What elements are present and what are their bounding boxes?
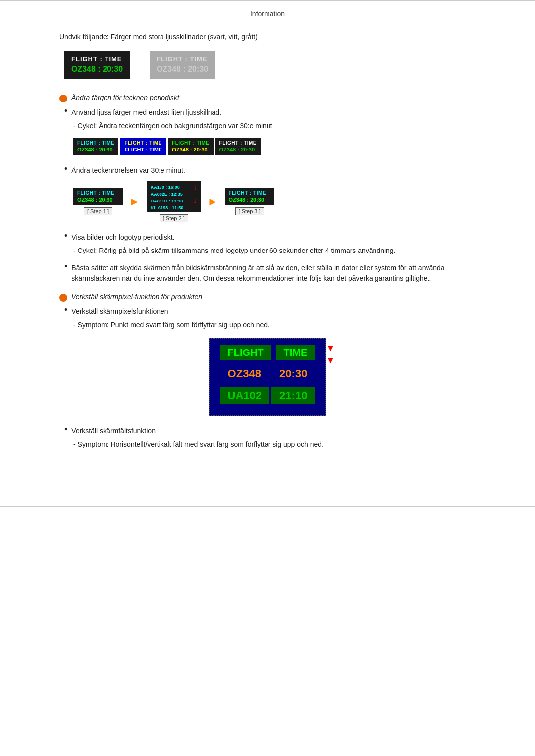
step2-text2: AA002E : 12:35 — [151, 192, 183, 197]
sub-bullet-3: - Cykel: Rörlig på bild på skärm tillsam… — [73, 246, 476, 256]
sub-bullet-text-6: - Symptom: Horisontellt/vertikalt fält m… — [73, 440, 323, 448]
step-col-2: KA170 : 16:00 ↓ AA002E : 12:35 UA011U : … — [147, 181, 201, 222]
large-data-1-1: OZ348 — [220, 365, 269, 382]
large-data-1-2: 20:30 — [271, 365, 315, 382]
step2-row4: KL A198 : 11:50 — [151, 205, 197, 210]
cycle-box-4-header: FLIGHT : TIME — [219, 140, 257, 146]
step2-label: [ Step 2 ] — [160, 214, 188, 222]
step2-down-arrow: ↓ — [193, 183, 197, 192]
cycle-box-2-header: FLIGHT : TIME — [124, 140, 162, 146]
large-data-2-1: UA102 — [220, 387, 269, 404]
step2-down-arrow2: ↓ — [193, 197, 197, 205]
bullet-text-4: Bästa sättet att skydda skärmen från bil… — [71, 263, 476, 284]
step1-data: OZ348 : 20:30 — [77, 197, 119, 202]
bullet-dot-3: • — [64, 231, 67, 240]
step3-label: [ Step 3 ] — [235, 207, 264, 215]
large-display-inner: FLIGHT TIME OZ348 20:30 UA102 21:10 — [211, 340, 324, 414]
bullet-item-3: • Visa bilder och logotyp periodiskt. — [64, 232, 476, 243]
cycle-box-4: FLIGHT : TIME OZ348 : 20:30 — [215, 138, 261, 155]
bullet-item-5: • Verkställ skärmpixelsfunktionen — [64, 306, 476, 317]
large-data-row-2: UA102 21:10 — [219, 386, 317, 405]
cycle-box-1: FLIGHT : TIME OZ348 : 20:30 — [73, 138, 118, 155]
intro-text: Undvik följande: Färger med stora ljussk… — [59, 33, 476, 41]
sub-bullet-1: - Cykel: Ändra teckenfärgen och bakgrund… — [73, 121, 476, 131]
cycle-box-1-header: FLIGHT : TIME — [77, 140, 114, 146]
cycle-boxes-row: FLIGHT : TIME OZ348 : 20:30 FLIGHT : TIM… — [73, 138, 476, 155]
flight-box-dark: FLIGHT : TIME OZ348 : 20:30 — [64, 51, 130, 79]
gray-box-data: OZ348 : 20:30 — [157, 65, 208, 74]
bullet-dot-5: • — [64, 305, 67, 314]
side-arrows: ▼ ▼ — [326, 343, 335, 366]
step-col-3: FLIGHT : TIME OZ348 : 20:30 [ Step 3 ] — [225, 188, 274, 215]
step2-text1: KA170 : 16:00 — [151, 185, 180, 190]
page-header: Information — [0, 1, 535, 23]
large-header-row: FLIGHT TIME — [219, 344, 317, 361]
orange-bullet-text-2: Verkställ skärmpixel-funktion för produk… — [71, 293, 202, 301]
sub-bullet-5: - Symptom: Punkt med svart färg som förf… — [73, 320, 476, 330]
arrow-right-1: ► — [129, 195, 141, 208]
bottom-divider — [0, 506, 535, 506]
orange-circle-icon — [59, 95, 67, 102]
cycle-box-3-data: OZ348 : 20:30 — [172, 147, 209, 152]
cycle-box-3: FLIGHT : TIME OZ348 : 20:30 — [168, 138, 213, 155]
orange-bullet-1: Ändra färgen för tecknen periodiskt — [59, 94, 476, 102]
page-title: Information — [250, 10, 285, 18]
step2-row3: UA011U : 13:30 ↓ — [151, 197, 197, 205]
bullet-dot-6: • — [64, 425, 67, 434]
cycle-box-2: FLIGHT : TIME FLIGHT : TIME — [120, 138, 166, 155]
bullet-item-4: • Bästa sättet att skydda skärmen från b… — [64, 263, 476, 284]
bullet-text-5: Verkställ skärmpixelsfunktionen — [71, 306, 168, 317]
arrow-right-2: ► — [207, 195, 219, 208]
flight-display-row: FLIGHT : TIME OZ348 : 20:30 FLIGHT : TIM… — [64, 51, 476, 79]
bullet-text-3: Visa bilder och logotyp periodiskt. — [71, 232, 174, 243]
down-arrow-1: ▼ — [326, 343, 335, 353]
down-arrow-2: ▼ — [326, 355, 335, 366]
step2-text3: UA011U : 13:30 — [151, 199, 183, 203]
sub-bullet-text-1: - Cykel: Ändra teckenfärgen och bakgrund… — [73, 122, 272, 130]
bullet-item-6: • Verkställ skärmfältsfunktion — [64, 426, 476, 436]
content-area: Undvik följande: Färger med stora ljussk… — [0, 23, 535, 486]
step2-row1: KA170 : 16:00 ↓ — [151, 183, 197, 192]
step2-box: KA170 : 16:00 ↓ AA002E : 12:35 UA011U : … — [147, 181, 201, 212]
large-data-2-2: 21:10 — [271, 387, 315, 404]
step1-label: [ Step 1 ] — [84, 207, 112, 215]
large-header-1: FLIGHT — [220, 345, 271, 360]
cycle-box-3-header: FLIGHT : TIME — [172, 140, 209, 146]
large-data-row-1: OZ348 20:30 — [219, 364, 317, 383]
sub-bullet-6: - Symptom: Horisontellt/vertikalt fält m… — [73, 439, 476, 450]
gray-box-header: FLIGHT : TIME — [157, 55, 208, 63]
bullet-item-2: • Ändra teckenrörelsen var 30:e minut. — [64, 165, 476, 176]
large-display: FLIGHT TIME OZ348 20:30 UA102 21:10 — [209, 338, 326, 416]
flight-box-gray: FLIGHT : TIME OZ348 : 20:30 — [150, 51, 215, 79]
bullet-item-1: • Använd ljusa färger med endast liten l… — [64, 107, 476, 118]
step3-header: FLIGHT : TIME — [229, 190, 270, 196]
large-header-2: TIME — [276, 345, 316, 360]
bullet-dot-4: • — [64, 262, 67, 271]
large-display-wrapper: FLIGHT TIME OZ348 20:30 UA102 21:10 — [209, 338, 326, 416]
cycle-box-4-data: OZ348 : 20:30 — [219, 147, 257, 152]
sub-bullet-text-3: - Cykel: Rörlig på bild på skärm tillsam… — [73, 247, 396, 254]
step2-row2: AA002E : 12:35 — [151, 192, 197, 197]
orange-circle-icon-2 — [59, 294, 67, 302]
step-col-1: FLIGHT : TIME OZ348 : 20:30 [ Step 1 ] — [73, 188, 123, 215]
sub-bullet-text-5: - Symptom: Punkt med svart färg som förf… — [73, 321, 269, 329]
cycle-box-1-data: OZ348 : 20:30 — [77, 147, 114, 152]
step1-header: FLIGHT : TIME — [77, 190, 119, 196]
bullet-text-6: Verkställ skärmfältsfunktion — [71, 426, 156, 436]
step2-text4: KL A198 : 11:50 — [151, 205, 184, 210]
bullet-dot-2: • — [64, 164, 67, 173]
step-row: FLIGHT : TIME OZ348 : 20:30 [ Step 1 ] ►… — [73, 181, 476, 222]
cycle-box-2-data: FLIGHT : TIME — [124, 147, 162, 152]
step1-box: FLIGHT : TIME OZ348 : 20:30 — [73, 188, 123, 205]
orange-bullet-text-1: Ändra färgen för tecknen periodiskt — [71, 94, 179, 101]
orange-bullet-2: Verkställ skärmpixel-funktion för produk… — [59, 293, 476, 302]
step3-box: FLIGHT : TIME OZ348 : 20:30 — [225, 188, 274, 205]
step3-data: OZ348 : 20:30 — [229, 197, 270, 202]
dark-box-header: FLIGHT : TIME — [71, 55, 123, 63]
dark-box-data: OZ348 : 20:30 — [71, 65, 123, 74]
page-container: Information Undvik följande: Färger med … — [0, 0, 535, 507]
large-display-container: FLIGHT TIME OZ348 20:30 UA102 21:10 — [59, 338, 476, 416]
bullet-dot-1: • — [64, 106, 67, 115]
bullet-text-2: Ändra teckenrörelsen var 30:e minut. — [71, 165, 185, 176]
bullet-text-1: Använd ljusa färger med endast liten lju… — [71, 107, 221, 118]
